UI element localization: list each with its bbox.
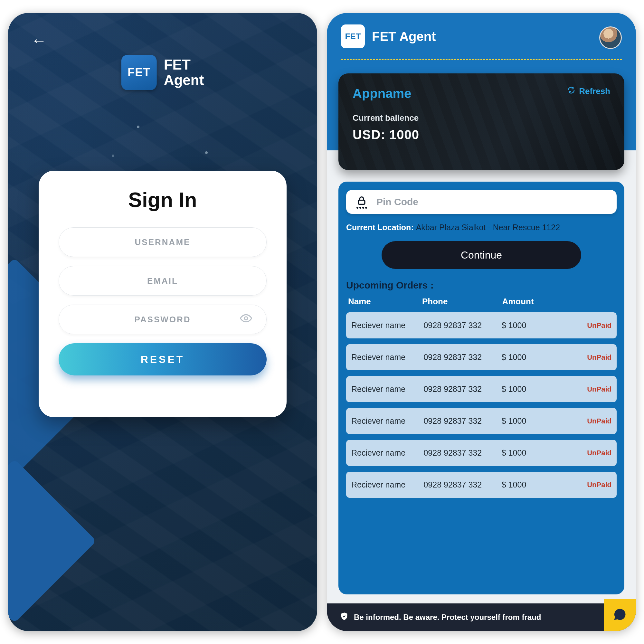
signin-screen: ← FET FET Agent Sign In USERNAME EMAIL P…	[8, 13, 317, 631]
col-phone: Phone	[422, 297, 502, 307]
svg-rect-1	[358, 200, 365, 204]
chat-icon	[612, 607, 627, 623]
dashboard-screen: FET FET Agent Appname Refresh Current ba…	[327, 13, 636, 631]
back-button[interactable]: ←	[31, 33, 47, 48]
refresh-label: Refresh	[579, 86, 610, 96]
order-name: Reciever name	[351, 353, 423, 362]
order-name: Reciever name	[351, 480, 423, 489]
password-field[interactable]: PASSWORD	[59, 305, 267, 334]
order-status: UnPaid	[559, 385, 611, 393]
order-amount: $ 1000	[502, 480, 560, 489]
order-phone: 0928 92837 332	[423, 384, 501, 394]
main-panel: Pin Code Current Location: Akbar Plaza S…	[338, 182, 624, 594]
order-amount: $ 1000	[502, 321, 560, 330]
location-label: Current Location:	[346, 223, 414, 232]
col-amount: Amount	[502, 297, 561, 307]
order-status: UnPaid	[559, 481, 611, 489]
order-status: UnPaid	[559, 321, 611, 330]
app-logo: FET	[121, 55, 157, 90]
order-amount: $ 1000	[502, 353, 560, 362]
location-value: Akbar Plaza Sialkot - Near Rescue 1122	[416, 223, 560, 232]
order-row[interactable]: Reciever name0928 92837 332$ 1000UnPaid	[346, 344, 617, 370]
svg-point-0	[244, 317, 248, 320]
orders-table-header: Name Phone Amount	[346, 297, 617, 307]
order-phone: 0928 92837 332	[423, 480, 501, 489]
header-divider	[341, 59, 622, 60]
brand-header: FET FET Agent	[341, 24, 622, 48]
arrow-left-icon: ←	[31, 32, 47, 49]
password-placeholder: PASSWORD	[134, 315, 191, 325]
order-status: UnPaid	[559, 417, 611, 425]
email-placeholder: EMAIL	[147, 276, 178, 286]
order-name: Reciever name	[351, 448, 423, 458]
app-logo: FET	[341, 24, 365, 48]
app-name: FET Agent	[164, 57, 204, 88]
avatar[interactable]	[599, 26, 622, 49]
order-phone: 0928 92837 332	[423, 321, 501, 330]
username-placeholder: USERNAME	[135, 237, 191, 247]
order-status: UnPaid	[559, 449, 611, 457]
pin-input[interactable]: Pin Code	[346, 190, 617, 214]
chat-button[interactable]	[604, 599, 636, 631]
app-title: FET Agent	[372, 29, 436, 44]
decor-dot	[205, 151, 208, 154]
reset-button[interactable]: RESET	[59, 343, 267, 375]
email-field[interactable]: EMAIL	[59, 266, 267, 296]
order-amount: $ 1000	[502, 384, 560, 394]
order-row[interactable]: Reciever name0928 92837 332$ 1000UnPaid	[346, 376, 617, 402]
orders-table-body: Reciever name0928 92837 332$ 1000UnPaidR…	[346, 312, 617, 498]
refresh-icon	[567, 86, 575, 96]
order-row[interactable]: Reciever name0928 92837 332$ 1000UnPaid	[346, 312, 617, 338]
decor-dot	[112, 155, 114, 157]
order-phone: 0928 92837 332	[423, 448, 501, 458]
order-name: Reciever name	[351, 321, 423, 330]
refresh-button[interactable]: Refresh	[567, 86, 610, 96]
balance-label: Current ballence	[353, 113, 610, 123]
balance-amount: USD: 1000	[353, 128, 610, 142]
app-name-line2: Agent	[164, 72, 204, 88]
pin-placeholder: Pin Code	[376, 196, 610, 207]
col-name: Name	[348, 297, 422, 307]
lock-icon	[353, 195, 371, 209]
fraud-text: Be informed. Be aware. Protect yourself …	[354, 613, 541, 622]
orders-heading: Upcoming Orders :	[346, 280, 617, 291]
brand-header: FET FET Agent	[121, 55, 204, 90]
decor-dot	[137, 126, 139, 128]
order-phone: 0928 92837 332	[423, 416, 501, 426]
continue-button[interactable]: Continue	[382, 241, 581, 269]
order-amount: $ 1000	[502, 416, 560, 426]
shield-icon	[340, 612, 354, 623]
reset-label: RESET	[141, 354, 185, 365]
eye-icon[interactable]	[240, 312, 252, 327]
continue-label: Continue	[461, 249, 502, 261]
order-row[interactable]: Reciever name0928 92837 332$ 1000UnPaid	[346, 440, 617, 466]
fraud-banner: Be informed. Be aware. Protect yourself …	[327, 603, 636, 631]
order-name: Reciever name	[351, 416, 423, 426]
username-field[interactable]: USERNAME	[59, 227, 267, 257]
order-phone: 0928 92837 332	[423, 353, 501, 362]
order-name: Reciever name	[351, 384, 423, 394]
signin-title: Sign In	[59, 188, 267, 212]
order-amount: $ 1000	[502, 448, 560, 458]
app-name-line1: FET	[164, 57, 191, 72]
order-row[interactable]: Reciever name0928 92837 332$ 1000UnPaid	[346, 408, 617, 434]
current-location: Current Location: Akbar Plaza Sialkot - …	[346, 223, 617, 232]
balance-card: Appname Refresh Current ballence USD: 10…	[338, 73, 624, 170]
order-row[interactable]: Reciever name0928 92837 332$ 1000UnPaid	[346, 472, 617, 498]
signin-card: Sign In USERNAME EMAIL PASSWORD RESET	[39, 171, 287, 417]
order-status: UnPaid	[559, 353, 611, 362]
